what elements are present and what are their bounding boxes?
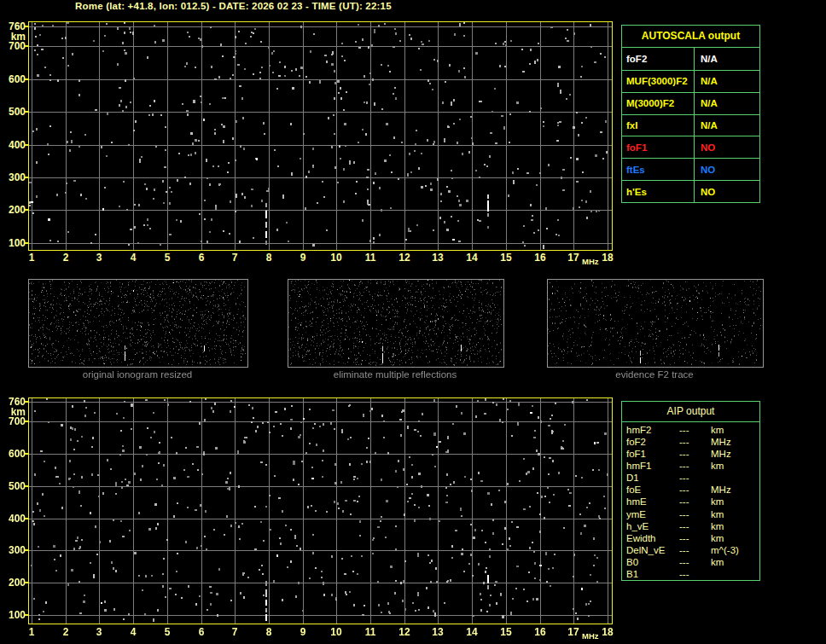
aip-row-value: --- xyxy=(679,473,711,483)
aip-table-body: hmF2---kmfoF2---MHzfoF1---MHzhmF1---kmD1… xyxy=(622,422,759,580)
x-tick-label: 5 xyxy=(157,626,177,638)
aip-table-row: foF1---MHz xyxy=(622,448,759,460)
aip-table-row: B0---km xyxy=(622,556,759,568)
x-tick-label: 13 xyxy=(428,626,448,638)
aip-row-value: --- xyxy=(679,425,711,435)
aip-table-row: hmE---km xyxy=(622,496,759,508)
y-axis-unit: km xyxy=(0,406,26,418)
aip-row-name: h_vE xyxy=(626,521,679,531)
x-tick-label: 15 xyxy=(496,626,516,638)
aip-row-unit: km xyxy=(711,533,759,543)
y-tick-label: 500 xyxy=(0,480,26,492)
x-tick-label: 9 xyxy=(293,626,313,638)
aip-row-unit: m^(-3) xyxy=(711,545,759,555)
x-tick-label: 11 xyxy=(360,626,381,638)
y-axis-tick xyxy=(25,453,28,455)
aip-row-value: --- xyxy=(679,449,711,459)
aip-table-row: hmF2---km xyxy=(622,424,759,436)
x-tick-label: 17 xyxy=(563,626,584,638)
aip-row-name: B0 xyxy=(626,557,679,567)
x-tick-label: 4 xyxy=(123,626,143,638)
aip-row-unit: km xyxy=(711,461,759,471)
aip-table-row: h_vE---km xyxy=(622,520,759,532)
aip-row-unit: km xyxy=(711,509,759,519)
aip-row-name: foF2 xyxy=(626,437,679,447)
aip-row-name: D1 xyxy=(626,473,679,483)
y-axis-tick xyxy=(25,549,28,551)
aip-table-row: D1--- xyxy=(622,472,759,484)
aip-row-name: hmE xyxy=(626,496,679,507)
aip-table-row: Ewidth---km xyxy=(622,532,759,544)
y-tick-label: 100 xyxy=(0,609,26,621)
y-tick-label: 300 xyxy=(0,544,26,556)
y-axis-tick xyxy=(25,582,28,583)
aip-row-name: B1 xyxy=(626,569,679,579)
x-tick-label: 14 xyxy=(462,626,482,638)
autoscala-screen: Rome (lat: +41.8, lon: 012.5) - DATE: 20… xyxy=(0,0,826,644)
aip-row-value: --- xyxy=(679,437,711,447)
aip-table-row: B1--- xyxy=(622,568,759,580)
aip-row-unit: km xyxy=(711,425,759,435)
x-tick-label: 6 xyxy=(191,626,212,638)
y-axis-tick xyxy=(25,421,28,422)
x-tick-label: 12 xyxy=(394,626,415,638)
ionogram-plot-frame xyxy=(28,397,613,624)
x-tick-label: 3 xyxy=(89,626,109,638)
ionogram-canvas xyxy=(29,398,612,624)
x-tick-label: 18 xyxy=(597,626,618,638)
aip-row-unit: MHz xyxy=(711,484,759,495)
y-axis-tick xyxy=(25,614,28,616)
x-tick-label: 10 xyxy=(326,626,346,638)
aip-row-name: ymE xyxy=(626,509,679,519)
x-axis-unit: MHz xyxy=(582,631,599,641)
aip-row-value: --- xyxy=(679,545,711,555)
aip-row-name: hmF1 xyxy=(626,461,679,471)
x-tick-label: 2 xyxy=(55,626,76,638)
aip-row-value: --- xyxy=(679,461,711,471)
aip-table-row: foE---MHz xyxy=(622,484,759,496)
aip-output-table: AIP output hmF2---kmfoF2---MHzfoF1---MHz… xyxy=(621,401,760,581)
x-tick-label: 16 xyxy=(530,626,550,638)
aip-row-value: --- xyxy=(679,521,711,531)
aip-table-row: ymE---km xyxy=(622,508,759,520)
y-tick-label: 200 xyxy=(0,577,26,589)
aip-row-value: --- xyxy=(679,496,711,507)
aip-table-row: DelN_vE---m^(-3) xyxy=(622,544,759,556)
y-axis-tick xyxy=(25,485,28,487)
aip-table-title: AIP output xyxy=(622,402,759,422)
x-tick-label: 8 xyxy=(259,626,279,638)
aip-row-name: DelN_vE xyxy=(626,545,679,555)
aip-row-value: --- xyxy=(679,557,711,567)
aip-row-unit: km xyxy=(711,557,759,567)
x-tick-label: 1 xyxy=(21,626,42,638)
aip-row-value: --- xyxy=(679,533,711,543)
aip-row-value: --- xyxy=(679,509,711,519)
aip-table-row: hmF1---km xyxy=(622,460,759,472)
aip-row-unit: MHz xyxy=(711,437,759,447)
aip-row-unit: km xyxy=(711,521,759,531)
x-tick-label: 7 xyxy=(224,626,245,638)
aip-row-name: Ewidth xyxy=(626,533,679,543)
aip-row-unit: km xyxy=(711,496,759,507)
y-axis-tick xyxy=(25,401,28,403)
aip-row-name: foF1 xyxy=(626,449,679,459)
aip-row-value: --- xyxy=(679,569,711,579)
aip-row-name: hmF2 xyxy=(626,425,679,435)
aip-row-unit: MHz xyxy=(711,449,759,459)
y-tick-label: 600 xyxy=(0,448,26,460)
aip-table-row: foF2---MHz xyxy=(622,436,759,448)
aip-row-name: foE xyxy=(626,484,679,495)
y-axis-tick xyxy=(25,518,28,519)
y-tick-label: 400 xyxy=(0,513,26,525)
aip-row-value: --- xyxy=(679,484,711,495)
